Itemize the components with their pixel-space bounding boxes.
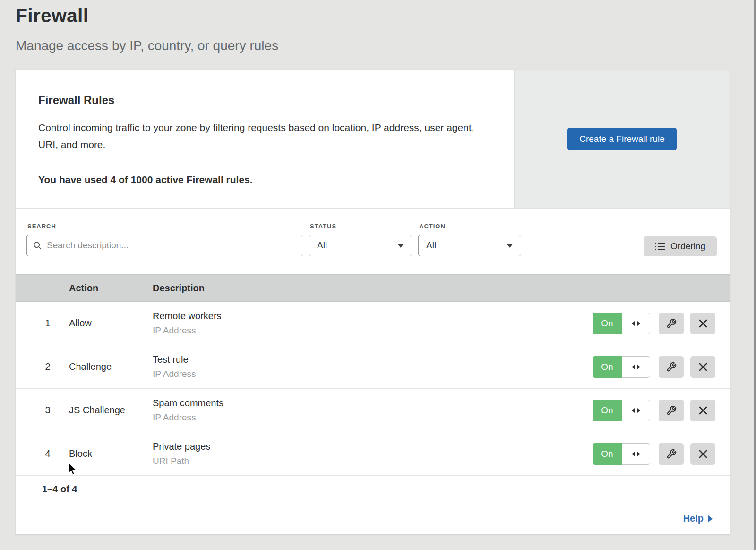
pagination: 1–4 of 4 <box>16 476 730 503</box>
rule-description: Spam comments <box>153 398 593 409</box>
status-select[interactable]: All <box>309 235 412 256</box>
toggle-arrows-icon[interactable] <box>622 400 650 421</box>
edit-rule-button[interactable] <box>659 400 684 421</box>
edit-rule-button[interactable] <box>659 313 684 334</box>
status-select-value: All <box>317 240 327 251</box>
wrench-icon <box>666 318 677 329</box>
rule-action: JS Challenge <box>69 405 153 416</box>
table-row: 2 Challenge Test rule IP Address On <box>16 345 730 389</box>
wrench-icon <box>666 449 677 459</box>
rule-number: 2 <box>16 361 69 372</box>
wrench-icon <box>666 405 677 416</box>
card-description: Control incoming traffic to your zone by… <box>38 119 486 153</box>
column-header-description: Description <box>153 283 730 294</box>
rule-action: Allow <box>69 318 153 329</box>
toggle-arrows-icon[interactable] <box>622 443 650 465</box>
action-label: ACTION <box>419 223 521 230</box>
table-row: 3 JS Challenge Spam comments IP Address … <box>16 389 730 432</box>
status-label: STATUS <box>310 223 412 230</box>
toggle-on-label[interactable]: On <box>593 313 622 334</box>
rule-enabled-toggle[interactable]: On <box>593 313 650 334</box>
delete-rule-button[interactable] <box>690 313 715 334</box>
ordering-list-icon <box>655 242 665 251</box>
chevron-down-icon <box>507 244 513 248</box>
table-header: Action Description <box>16 274 730 302</box>
rule-number: 1 <box>16 318 69 329</box>
rule-enabled-toggle[interactable]: On <box>593 443 650 465</box>
chevron-down-icon <box>397 244 404 248</box>
ordering-button[interactable]: Ordering <box>644 236 717 256</box>
page-header: Firewall Manage access by IP, country, o… <box>0 0 756 53</box>
toggle-arrows-icon[interactable] <box>622 356 650 378</box>
window-edge <box>754 0 756 550</box>
rule-action: Block <box>69 448 153 459</box>
table-row: 1 Allow Remote workers IP Address On <box>16 302 730 345</box>
page-subtitle: Manage access by IP, country, or query r… <box>16 38 756 53</box>
action-select[interactable]: All <box>418 235 521 256</box>
search-label: SEARCH <box>27 223 303 230</box>
rule-match-type: IP Address <box>153 412 593 423</box>
rule-description: Remote workers <box>153 311 593 322</box>
help-row: Help <box>16 503 730 534</box>
x-icon <box>698 362 708 372</box>
toggle-arrows-icon[interactable] <box>622 313 650 334</box>
rule-action: Challenge <box>69 361 153 372</box>
search-box[interactable] <box>26 235 303 256</box>
column-header-action: Action <box>69 283 153 294</box>
delete-rule-button[interactable] <box>690 400 715 421</box>
toggle-on-label[interactable]: On <box>593 356 622 378</box>
firewall-rules-card: Firewall Rules Control incoming traffic … <box>16 70 730 534</box>
page-title: Firewall <box>16 5 756 27</box>
search-input[interactable] <box>47 240 297 251</box>
create-firewall-rule-button[interactable]: Create a Firewall rule <box>567 128 677 150</box>
toggle-on-label[interactable]: On <box>593 443 622 465</box>
x-icon <box>698 319 708 328</box>
filters-bar: SEARCH STATUS All ACTION All <box>16 209 730 274</box>
rule-match-type: IP Address <box>153 325 593 336</box>
rule-description: Test rule <box>153 354 593 365</box>
card-top-section: Firewall Rules Control incoming traffic … <box>16 70 730 209</box>
ordering-button-label: Ordering <box>670 241 705 252</box>
rule-match-type: IP Address <box>153 369 593 379</box>
create-rule-panel: Create a Firewall rule <box>514 70 730 208</box>
x-icon <box>698 406 708 415</box>
rule-number: 3 <box>16 405 69 416</box>
edit-rule-button[interactable] <box>659 443 684 465</box>
caret-right-icon <box>708 515 713 522</box>
rule-match-type: URI Path <box>153 456 593 466</box>
toggle-on-label[interactable]: On <box>593 400 622 421</box>
rule-enabled-toggle[interactable]: On <box>593 356 650 378</box>
card-title: Firewall Rules <box>38 94 486 107</box>
help-link[interactable]: Help <box>683 513 713 524</box>
table-row: 4 Block Private pages URI Path On <box>16 432 730 476</box>
rule-description: Private pages <box>153 441 593 452</box>
pagination-text: 1–4 of 4 <box>42 484 77 495</box>
rule-enabled-toggle[interactable]: On <box>593 400 650 421</box>
wrench-icon <box>666 362 677 372</box>
x-icon <box>698 449 708 459</box>
action-select-value: All <box>426 240 436 251</box>
delete-rule-button[interactable] <box>690 443 715 465</box>
rule-number: 4 <box>16 448 69 459</box>
delete-rule-button[interactable] <box>690 356 715 378</box>
usage-summary: You have used 4 of 1000 active Firewall … <box>38 174 486 185</box>
edit-rule-button[interactable] <box>659 356 684 378</box>
help-link-label: Help <box>683 513 704 524</box>
search-icon <box>33 241 42 250</box>
